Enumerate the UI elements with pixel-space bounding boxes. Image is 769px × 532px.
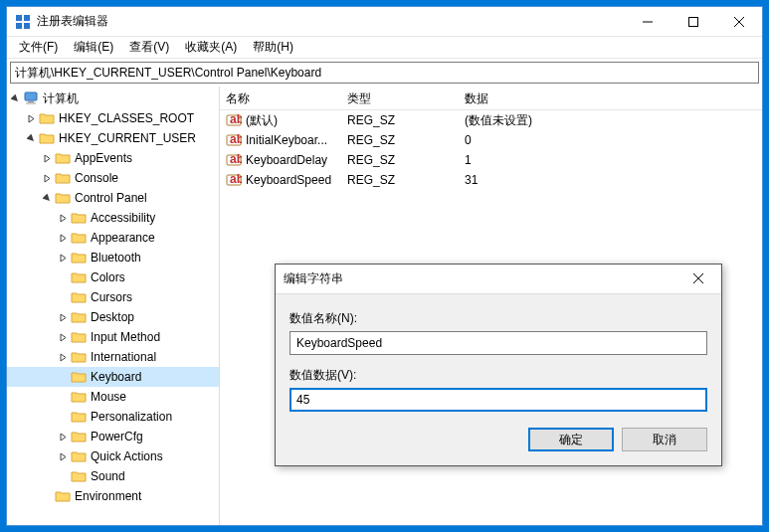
svg-rect-1 [24,15,30,21]
maximize-button[interactable] [671,7,716,36]
tree-label: Input Method [91,330,160,344]
folder-icon [71,310,87,324]
folder-icon [71,330,87,344]
tree-root[interactable]: 计算机 [7,89,219,108]
dialog-body: 数值名称(N): KeyboardSpeed 数值数据(V): 45 确定 取消 [276,294,721,465]
svg-text:ab: ab [230,172,242,186]
list-row[interactable]: abInitialKeyboar... REG_SZ 0 [220,130,762,150]
folder-icon [71,251,87,265]
tree-cp-mouse[interactable]: Mouse [7,387,219,407]
svg-rect-10 [26,102,36,104]
tree-cp-quickactions[interactable]: Quick Actions [7,446,219,466]
value-data-field[interactable]: 45 [289,388,707,412]
titlebar[interactable]: 注册表编辑器 [7,7,762,37]
value-name-field[interactable]: KeyboardSpeed [289,331,707,355]
address-bar[interactable]: 计算机\HKEY_CURRENT_USER\Control Panel\Keyb… [10,62,759,84]
svg-rect-9 [28,101,34,102]
expand-icon[interactable] [23,130,39,146]
cancel-button[interactable]: 取消 [622,428,707,451]
tree-label: International [91,350,156,364]
tree-label: Accessibility [91,211,155,225]
folder-icon [55,191,71,205]
value-name: KeyboardDelay [246,153,327,167]
expand-icon[interactable] [55,309,71,325]
menu-help[interactable]: 帮助(H) [245,37,301,58]
tree-hkcu[interactable]: HKEY_CURRENT_USER [7,128,219,148]
list-row[interactable]: abKeyboardSpeed REG_SZ 31 [220,170,762,190]
folder-icon [71,449,87,463]
expand-icon[interactable] [39,150,55,166]
folder-icon [39,131,55,145]
tree-hkcr[interactable]: HKEY_CLASSES_ROOT [7,108,219,128]
value-type: REG_SZ [341,153,459,167]
tree-cp-appearance[interactable]: Appearance [7,228,219,248]
dialog-title: 编辑字符串 [284,270,683,287]
close-button[interactable] [716,7,762,36]
tree-cp-personalization[interactable]: Personalization [7,407,219,427]
tree-cp-accessibility[interactable]: Accessibility [7,208,219,228]
expand-icon[interactable] [55,329,71,345]
tree-label: Quick Actions [91,449,163,463]
tree-label: Colors [91,270,125,284]
tree-cp-keyboard[interactable]: Keyboard [7,367,219,387]
tree-console[interactable]: Console [7,168,219,188]
expand-icon[interactable] [23,110,39,126]
minimize-button[interactable] [625,7,671,36]
tree-label: Keyboard [91,370,141,384]
tree-environment[interactable]: Environment [7,486,219,506]
folder-icon [71,410,87,424]
tree-cp-powercfg[interactable]: PowerCfg [7,427,219,446]
folder-icon [71,231,87,245]
tree-label: Sound [91,469,125,483]
value-name: InitialKeyboar... [246,133,327,147]
menu-file[interactable]: 文件(F) [11,37,66,58]
tree-view[interactable]: 计算机 HKEY_CLASSES_ROOT HKEY_CURRENT_USER … [7,87,220,525]
expand-icon[interactable] [55,210,71,226]
svg-rect-3 [24,23,30,29]
string-value-icon: ab [226,132,242,148]
value-data: 31 [459,173,762,187]
expand-icon[interactable] [39,170,55,186]
svg-text:ab: ab [230,152,242,166]
tree-cp-colors[interactable]: Colors [7,267,219,287]
expand-icon[interactable] [55,349,71,365]
col-name[interactable]: 名称 [220,87,341,109]
value-data: 1 [459,153,762,167]
ok-button[interactable]: 确定 [528,428,614,451]
col-type[interactable]: 类型 [341,87,459,109]
folder-icon [71,390,87,404]
dialog-titlebar[interactable]: 编辑字符串 [276,265,721,294]
menu-view[interactable]: 查看(V) [121,37,177,58]
svg-text:ab: ab [230,132,242,146]
folder-icon [55,151,71,165]
tree-label: PowerCfg [91,430,143,443]
tree-cp-sound[interactable]: Sound [7,466,219,486]
svg-rect-2 [16,23,22,29]
col-data[interactable]: 数据 [459,87,762,109]
folder-icon [55,489,71,503]
list-row[interactable]: abKeyboardDelay REG_SZ 1 [220,150,762,170]
string-value-icon: ab [226,172,242,188]
tree-cp-international[interactable]: International [7,347,219,367]
tree-cp-inputmethod[interactable]: Input Method [7,327,219,347]
expand-icon[interactable] [55,429,71,444]
string-value-icon: ab [226,112,242,128]
value-data-label: 数值数据(V): [289,367,707,384]
expand-icon[interactable] [55,448,71,464]
expand-icon[interactable] [39,190,55,206]
tree-cp-desktop[interactable]: Desktop [7,307,219,327]
list-row[interactable]: ab(默认) REG_SZ (数值未设置) [220,110,762,130]
tree-label: Console [75,171,118,185]
tree-controlpanel[interactable]: Control Panel [7,188,219,208]
expand-icon[interactable] [55,250,71,266]
tree-cp-cursors[interactable]: Cursors [7,287,219,307]
tree-label: Mouse [91,390,126,404]
menu-favorites[interactable]: 收藏夹(A) [177,37,245,58]
tree-cp-bluetooth[interactable]: Bluetooth [7,248,219,267]
menu-edit[interactable]: 编辑(E) [66,37,121,58]
expand-icon[interactable] [7,90,23,106]
tree-appevents[interactable]: AppEvents [7,148,219,168]
dialog-close-button[interactable] [683,271,713,286]
expand-icon[interactable] [55,230,71,246]
tree-label: Environment [75,489,141,503]
